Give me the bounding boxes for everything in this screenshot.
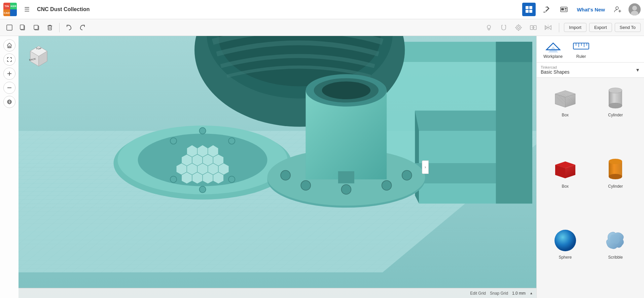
- shape-box-gray-thumb: [548, 84, 582, 111]
- right-panel: Workplane Ruler Tinker: [536, 36, 644, 298]
- shape-cylinder-gray-label: Cylinder: [608, 113, 623, 117]
- light-button[interactable]: [483, 22, 495, 34]
- topbar-right-group: What's New: [522, 3, 641, 16]
- svg-point-27: [516, 25, 521, 30]
- shape-sphere-blue-thumb: [548, 227, 582, 254]
- svg-rect-3: [529, 10, 532, 13]
- menu-button[interactable]: ☰: [20, 3, 34, 16]
- svg-marker-54: [496, 42, 532, 203]
- svg-point-136: [609, 174, 622, 179]
- home-view-button[interactable]: [3, 39, 15, 51]
- svg-point-79: [228, 138, 235, 144]
- workplane-icon: [545, 39, 562, 53]
- svg-rect-97: [338, 171, 354, 183]
- snap-grid-value: 1.0 mm: [512, 291, 526, 296]
- zoom-in-button[interactable]: [3, 68, 15, 80]
- shapes-grid: Box: [537, 78, 644, 298]
- svg-point-81: [199, 186, 206, 193]
- svg-marker-74: [203, 172, 213, 184]
- toolbar-divider-2: [559, 23, 559, 32]
- duplicate-button[interactable]: [30, 22, 42, 34]
- new-button[interactable]: [3, 22, 15, 34]
- export-button[interactable]: Export: [589, 23, 612, 32]
- svg-marker-55: [496, 42, 532, 62]
- svg-point-93: [301, 181, 311, 190]
- svg-point-82: [170, 176, 177, 183]
- panel-collapse-arrow[interactable]: ›: [422, 160, 429, 174]
- shape-sphere-blue[interactable]: Sphere: [540, 223, 591, 295]
- svg-rect-1: [529, 6, 532, 9]
- snap-grid-up-button[interactable]: ▲: [530, 291, 533, 295]
- svg-marker-36: [545, 26, 548, 30]
- zoom-out-button[interactable]: [3, 82, 15, 94]
- import-button[interactable]: Import: [564, 23, 586, 32]
- svg-point-135: [609, 159, 622, 164]
- shape-sphere-blue-label: Sphere: [559, 255, 572, 260]
- mirror-button[interactable]: [542, 22, 554, 34]
- svg-rect-15: [7, 25, 12, 30]
- svg-marker-37: [548, 26, 551, 30]
- tinkercad-logo[interactable]: TIN KER CAD: [3, 3, 17, 16]
- shape-category-group: Tinkercad: [541, 65, 635, 69]
- shape-box-red-thumb: [548, 156, 582, 183]
- shape-box-red-label: Box: [562, 184, 569, 189]
- add-user-button[interactable]: [611, 3, 624, 16]
- magnet-button[interactable]: [498, 22, 510, 34]
- shape-category-selector[interactable]: Tinkercad Basic Shapes ▼: [537, 63, 644, 78]
- shape-box-red[interactable]: Box: [540, 152, 591, 224]
- svg-point-28: [517, 27, 520, 29]
- whats-new-link[interactable]: What's New: [575, 5, 607, 14]
- viewport[interactable]: TOP BACK › Edit Grid Snap Grid 1.0 mm ▲: [19, 36, 536, 298]
- svg-rect-0: [526, 6, 529, 9]
- svg-rect-4: [543, 12, 545, 12]
- orientation-button[interactable]: [3, 96, 15, 108]
- shape-scribble-thumb: [599, 227, 632, 254]
- shape-cylinder-orange-label: Cylinder: [608, 184, 623, 189]
- svg-text:TOP: TOP: [36, 47, 42, 50]
- align-button[interactable]: [512, 22, 525, 34]
- grid-view-button[interactable]: [522, 3, 536, 16]
- shape-box-gray[interactable]: Box: [540, 81, 591, 152]
- left-panel: [0, 36, 19, 298]
- shape-scribble[interactable]: Scribble: [591, 223, 641, 295]
- fit-view-button[interactable]: [3, 53, 15, 66]
- gallery-button[interactable]: [557, 3, 571, 16]
- svg-point-96: [402, 171, 412, 180]
- workplane-tool[interactable]: Workplane: [543, 39, 563, 59]
- svg-rect-8: [565, 10, 567, 10]
- redo-button[interactable]: [76, 22, 88, 34]
- ruler-label: Ruler: [576, 54, 586, 59]
- svg-point-94: [341, 185, 351, 194]
- shape-cylinder-gray[interactable]: Cylinder: [591, 81, 641, 152]
- shape-cylinder-orange[interactable]: Cylinder: [591, 152, 641, 224]
- bottom-bar: Edit Grid Snap Grid 1.0 mm ▲: [19, 288, 536, 298]
- toolbar-divider-1: [59, 23, 60, 32]
- svg-point-95: [382, 181, 392, 190]
- shape-cylinder-orange-thumb: [599, 156, 632, 183]
- right-top-tools: Workplane Ruler: [537, 36, 644, 63]
- svg-point-92: [281, 171, 290, 180]
- svg-rect-6: [561, 8, 564, 10]
- top-navbar: TIN KER CAD ☰ CNC Dust Collection: [0, 0, 644, 19]
- svg-rect-2: [526, 10, 529, 13]
- avatar[interactable]: [629, 3, 641, 15]
- ruler-tool[interactable]: Ruler: [573, 39, 589, 59]
- svg-point-9: [616, 7, 618, 9]
- build-button[interactable]: [540, 3, 553, 16]
- svg-marker-75: [192, 172, 203, 184]
- edit-grid-button[interactable]: Edit Grid: [470, 291, 486, 296]
- workplane-label: Workplane: [543, 54, 563, 59]
- nav-cube[interactable]: TOP BACK: [25, 43, 52, 70]
- svg-rect-7: [565, 8, 567, 9]
- svg-marker-76: [213, 172, 223, 184]
- undo-button[interactable]: [63, 22, 75, 34]
- group-button[interactable]: [527, 22, 539, 34]
- sendto-button[interactable]: Send To: [615, 23, 641, 32]
- delete-button[interactable]: [44, 22, 56, 34]
- copy-paste-button[interactable]: [17, 22, 29, 34]
- shape-category-arrow: ▼: [635, 67, 640, 73]
- svg-point-80: [228, 176, 235, 183]
- svg-point-91: [322, 81, 370, 99]
- shape-box-gray-label: Box: [562, 113, 569, 117]
- svg-rect-19: [34, 25, 38, 29]
